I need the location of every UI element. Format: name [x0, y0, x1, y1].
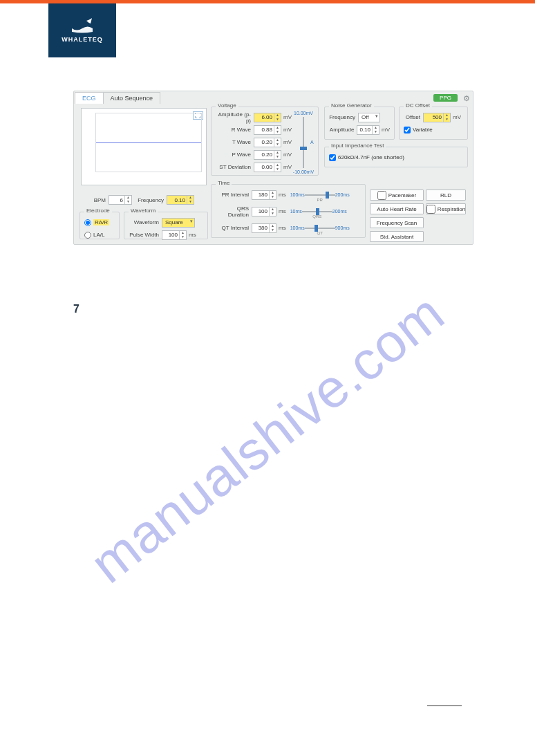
page-heading: 7: [73, 303, 79, 315]
respiration-button[interactable]: Respiration: [426, 203, 466, 214]
pacemaker-button[interactable]: Pacemaker: [370, 190, 424, 201]
radio-rar[interactable]: RA/R: [84, 219, 109, 226]
tab-auto-sequence[interactable]: Auto Sequence: [103, 92, 161, 104]
footer-rule: [427, 706, 462, 706]
voltage-title: Voltage: [216, 102, 238, 109]
noise-amp-label: Amplitude: [329, 127, 357, 133]
bpm-label: BPM: [82, 197, 109, 203]
radio-lal[interactable]: LA/L: [84, 232, 104, 239]
slider-a-marker: A: [310, 140, 314, 145]
impedance-title: Input Impedance Test: [329, 142, 386, 149]
electrode-group: Electrode RA/R LA/L: [79, 212, 120, 239]
r-wave-stepper[interactable]: 0.88▲▼: [254, 125, 281, 135]
qrs-slider[interactable]: QRS: [302, 208, 332, 216]
qt-slider[interactable]: QT: [305, 224, 335, 232]
ppg-badge[interactable]: PPG: [433, 94, 458, 102]
waveform-select[interactable]: Square: [162, 218, 195, 228]
impedance-checkbox[interactable]: 620kΩ/4.7nF (one shorted): [329, 154, 404, 161]
impedance-group: Input Impedance Test 620kΩ/4.7nF (one sh…: [324, 147, 468, 167]
rld-button[interactable]: RLD: [426, 190, 466, 201]
waveform-select-label: Waveform: [129, 219, 162, 225]
st-dev-stepper[interactable]: 0.00▲▼: [254, 163, 281, 172]
pr-slider[interactable]: PR: [305, 191, 335, 199]
dc-offset-stepper[interactable]: 500▲▼: [423, 113, 451, 122]
pr-stepper[interactable]: 180▲▼: [252, 190, 276, 200]
app-panel: ECG Auto Sequence PPG ⚙ ⛶ BPM 6 ▲▼ Frequ…: [73, 91, 473, 245]
pacemaker-checkbox[interactable]: [377, 191, 386, 200]
variable-checkbox[interactable]: Variable: [404, 127, 433, 133]
noise-amp-stepper[interactable]: 0.10▲▼: [357, 125, 379, 135]
auto-heart-rate-button[interactable]: Auto Heart Rate: [370, 203, 424, 214]
pulse-width-unit: ms: [189, 232, 196, 238]
brand-logo: WHALETEQ: [48, 3, 116, 57]
t-wave-stepper[interactable]: 0.20▲▼: [254, 138, 281, 147]
pr-label: PR Interval: [216, 192, 252, 198]
voltage-slider[interactable]: 10.00mV -10.00mV: [295, 111, 312, 174]
respiration-checkbox[interactable]: [426, 205, 435, 214]
noise-freq-label: Frequency: [329, 114, 358, 120]
amp-stepper[interactable]: 6.00▲▼: [254, 113, 281, 122]
gear-icon[interactable]: ⚙: [463, 94, 470, 103]
qrs-stepper[interactable]: 100▲▼: [252, 207, 276, 216]
frequency-label: Frequency: [132, 197, 167, 203]
t-wave-label: T Wave: [216, 139, 254, 145]
qt-label: QT Interval: [216, 225, 252, 231]
dc-offset-group: DC Offset Offset 500▲▼ mV Variable: [399, 107, 468, 140]
brand-text: WHALETEQ: [62, 36, 103, 43]
st-dev-label: ST Deviation: [216, 164, 254, 170]
waveform-trace: [96, 142, 201, 143]
pulse-width-stepper[interactable]: 100 ▲▼: [162, 230, 187, 240]
noise-group: Noise Generator Frequency Off Amplitude …: [324, 107, 395, 140]
waveform-group: Waveform Waveform Square Pulse Width 100…: [124, 212, 208, 239]
qrs-label: QRS Duration: [216, 205, 252, 218]
waveform-title: Waveform: [129, 208, 158, 214]
std-assistant-button[interactable]: Std. Assistant: [370, 231, 424, 242]
qt-stepper[interactable]: 380▲▼: [252, 223, 276, 233]
tab-bar: ECG Auto Sequence: [75, 92, 160, 104]
p-wave-stepper[interactable]: 0.20▲▼: [254, 150, 281, 160]
bpm-stepper[interactable]: 6 ▲▼: [109, 195, 132, 205]
graph-plot: [95, 113, 202, 172]
time-group: Time PR Interval 180▲▼ ms 100ms PR 200ms…: [211, 184, 366, 238]
electrode-title: Electrode: [84, 208, 112, 214]
frequency-scan-button[interactable]: Frequency Scan: [370, 217, 424, 228]
frequency-stepper[interactable]: 0.10 ▲▼: [167, 195, 194, 205]
noise-freq-select[interactable]: Off: [358, 113, 380, 122]
pulse-width-label: Pulse Width: [129, 232, 162, 238]
tab-ecg[interactable]: ECG: [75, 92, 104, 104]
amp-label: Amplitude (p-p): [216, 111, 254, 124]
dc-title: DC Offset: [404, 102, 432, 109]
p-wave-label: P Wave: [216, 151, 254, 158]
waveform-graph: ⛶: [81, 108, 207, 185]
dc-offset-label: Offset: [404, 114, 423, 120]
noise-title: Noise Generator: [329, 102, 374, 109]
watermark: manualshive.com: [79, 282, 456, 596]
time-title: Time: [216, 180, 232, 186]
r-wave-label: R Wave: [216, 127, 254, 133]
